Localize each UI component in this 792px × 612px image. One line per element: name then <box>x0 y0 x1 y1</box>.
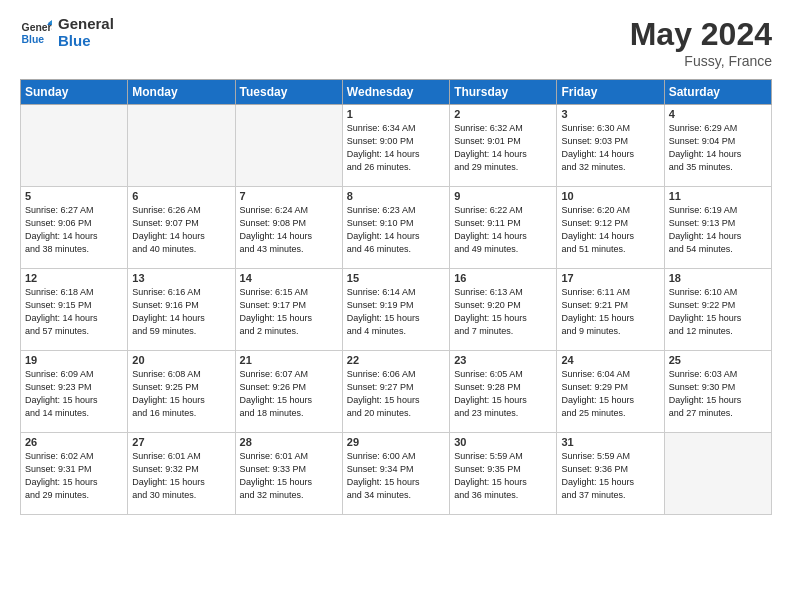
day-info: Sunrise: 6:30 AMSunset: 9:03 PMDaylight:… <box>561 122 659 174</box>
day-number: 20 <box>132 354 230 366</box>
day-number: 13 <box>132 272 230 284</box>
calendar-cell: 31Sunrise: 5:59 AMSunset: 9:36 PMDayligh… <box>557 433 664 515</box>
day-info: Sunrise: 6:26 AMSunset: 9:07 PMDaylight:… <box>132 204 230 256</box>
day-number: 31 <box>561 436 659 448</box>
calendar-cell: 18Sunrise: 6:10 AMSunset: 9:22 PMDayligh… <box>664 269 771 351</box>
day-info: Sunrise: 6:19 AMSunset: 9:13 PMDaylight:… <box>669 204 767 256</box>
col-wednesday: Wednesday <box>342 80 449 105</box>
day-info: Sunrise: 6:24 AMSunset: 9:08 PMDaylight:… <box>240 204 338 256</box>
calendar-cell: 14Sunrise: 6:15 AMSunset: 9:17 PMDayligh… <box>235 269 342 351</box>
calendar-cell: 25Sunrise: 6:03 AMSunset: 9:30 PMDayligh… <box>664 351 771 433</box>
calendar-cell: 17Sunrise: 6:11 AMSunset: 9:21 PMDayligh… <box>557 269 664 351</box>
calendar-cell: 12Sunrise: 6:18 AMSunset: 9:15 PMDayligh… <box>21 269 128 351</box>
day-info: Sunrise: 6:01 AMSunset: 9:32 PMDaylight:… <box>132 450 230 502</box>
calendar-cell: 24Sunrise: 6:04 AMSunset: 9:29 PMDayligh… <box>557 351 664 433</box>
day-info: Sunrise: 6:23 AMSunset: 9:10 PMDaylight:… <box>347 204 445 256</box>
day-info: Sunrise: 5:59 AMSunset: 9:35 PMDaylight:… <box>454 450 552 502</box>
calendar-cell: 21Sunrise: 6:07 AMSunset: 9:26 PMDayligh… <box>235 351 342 433</box>
day-number: 6 <box>132 190 230 202</box>
calendar-cell: 22Sunrise: 6:06 AMSunset: 9:27 PMDayligh… <box>342 351 449 433</box>
day-info: Sunrise: 6:00 AMSunset: 9:34 PMDaylight:… <box>347 450 445 502</box>
calendar-table: Sunday Monday Tuesday Wednesday Thursday… <box>20 79 772 515</box>
calendar-cell <box>128 105 235 187</box>
day-number: 16 <box>454 272 552 284</box>
day-info: Sunrise: 6:07 AMSunset: 9:26 PMDaylight:… <box>240 368 338 420</box>
col-tuesday: Tuesday <box>235 80 342 105</box>
calendar-cell: 29Sunrise: 6:00 AMSunset: 9:34 PMDayligh… <box>342 433 449 515</box>
calendar-cell: 16Sunrise: 6:13 AMSunset: 9:20 PMDayligh… <box>450 269 557 351</box>
svg-text:General: General <box>22 22 52 33</box>
calendar-cell: 7Sunrise: 6:24 AMSunset: 9:08 PMDaylight… <box>235 187 342 269</box>
day-number: 27 <box>132 436 230 448</box>
day-number: 26 <box>25 436 123 448</box>
logo-icon: General Blue <box>20 17 52 49</box>
day-number: 25 <box>669 354 767 366</box>
col-saturday: Saturday <box>664 80 771 105</box>
logo-general: General <box>58 16 114 33</box>
calendar-cell: 28Sunrise: 6:01 AMSunset: 9:33 PMDayligh… <box>235 433 342 515</box>
day-info: Sunrise: 6:18 AMSunset: 9:15 PMDaylight:… <box>25 286 123 338</box>
logo: General Blue General Blue <box>20 16 114 49</box>
day-info: Sunrise: 6:01 AMSunset: 9:33 PMDaylight:… <box>240 450 338 502</box>
logo-blue: Blue <box>58 33 114 50</box>
day-info: Sunrise: 6:05 AMSunset: 9:28 PMDaylight:… <box>454 368 552 420</box>
calendar-cell: 30Sunrise: 5:59 AMSunset: 9:35 PMDayligh… <box>450 433 557 515</box>
col-thursday: Thursday <box>450 80 557 105</box>
day-info: Sunrise: 5:59 AMSunset: 9:36 PMDaylight:… <box>561 450 659 502</box>
calendar-cell: 2Sunrise: 6:32 AMSunset: 9:01 PMDaylight… <box>450 105 557 187</box>
week-row-3: 19Sunrise: 6:09 AMSunset: 9:23 PMDayligh… <box>21 351 772 433</box>
day-number: 17 <box>561 272 659 284</box>
day-info: Sunrise: 6:14 AMSunset: 9:19 PMDaylight:… <box>347 286 445 338</box>
col-monday: Monday <box>128 80 235 105</box>
day-number: 19 <box>25 354 123 366</box>
day-info: Sunrise: 6:02 AMSunset: 9:31 PMDaylight:… <box>25 450 123 502</box>
day-info: Sunrise: 6:09 AMSunset: 9:23 PMDaylight:… <box>25 368 123 420</box>
day-info: Sunrise: 6:20 AMSunset: 9:12 PMDaylight:… <box>561 204 659 256</box>
calendar-cell: 6Sunrise: 6:26 AMSunset: 9:07 PMDaylight… <box>128 187 235 269</box>
calendar-cell: 15Sunrise: 6:14 AMSunset: 9:19 PMDayligh… <box>342 269 449 351</box>
day-info: Sunrise: 6:06 AMSunset: 9:27 PMDaylight:… <box>347 368 445 420</box>
day-info: Sunrise: 6:04 AMSunset: 9:29 PMDaylight:… <box>561 368 659 420</box>
day-number: 21 <box>240 354 338 366</box>
day-info: Sunrise: 6:29 AMSunset: 9:04 PMDaylight:… <box>669 122 767 174</box>
calendar-cell: 4Sunrise: 6:29 AMSunset: 9:04 PMDaylight… <box>664 105 771 187</box>
day-info: Sunrise: 6:03 AMSunset: 9:30 PMDaylight:… <box>669 368 767 420</box>
day-number: 10 <box>561 190 659 202</box>
day-number: 3 <box>561 108 659 120</box>
col-friday: Friday <box>557 80 664 105</box>
day-number: 18 <box>669 272 767 284</box>
calendar-cell: 27Sunrise: 6:01 AMSunset: 9:32 PMDayligh… <box>128 433 235 515</box>
day-number: 29 <box>347 436 445 448</box>
calendar-cell: 20Sunrise: 6:08 AMSunset: 9:25 PMDayligh… <box>128 351 235 433</box>
day-info: Sunrise: 6:22 AMSunset: 9:11 PMDaylight:… <box>454 204 552 256</box>
day-info: Sunrise: 6:10 AMSunset: 9:22 PMDaylight:… <box>669 286 767 338</box>
day-info: Sunrise: 6:15 AMSunset: 9:17 PMDaylight:… <box>240 286 338 338</box>
location: Fussy, France <box>630 53 772 69</box>
calendar-cell: 11Sunrise: 6:19 AMSunset: 9:13 PMDayligh… <box>664 187 771 269</box>
day-info: Sunrise: 6:27 AMSunset: 9:06 PMDaylight:… <box>25 204 123 256</box>
day-number: 14 <box>240 272 338 284</box>
day-number: 15 <box>347 272 445 284</box>
calendar-cell: 3Sunrise: 6:30 AMSunset: 9:03 PMDaylight… <box>557 105 664 187</box>
calendar-cell: 10Sunrise: 6:20 AMSunset: 9:12 PMDayligh… <box>557 187 664 269</box>
day-number: 22 <box>347 354 445 366</box>
day-info: Sunrise: 6:32 AMSunset: 9:01 PMDaylight:… <box>454 122 552 174</box>
header: General Blue General Blue May 2024 Fussy… <box>20 16 772 69</box>
svg-text:Blue: Blue <box>22 33 45 44</box>
calendar-cell <box>664 433 771 515</box>
day-number: 9 <box>454 190 552 202</box>
calendar-cell: 19Sunrise: 6:09 AMSunset: 9:23 PMDayligh… <box>21 351 128 433</box>
col-sunday: Sunday <box>21 80 128 105</box>
day-info: Sunrise: 6:08 AMSunset: 9:25 PMDaylight:… <box>132 368 230 420</box>
calendar-cell: 5Sunrise: 6:27 AMSunset: 9:06 PMDaylight… <box>21 187 128 269</box>
calendar-cell: 1Sunrise: 6:34 AMSunset: 9:00 PMDaylight… <box>342 105 449 187</box>
week-row-4: 26Sunrise: 6:02 AMSunset: 9:31 PMDayligh… <box>21 433 772 515</box>
header-row: Sunday Monday Tuesday Wednesday Thursday… <box>21 80 772 105</box>
week-row-1: 5Sunrise: 6:27 AMSunset: 9:06 PMDaylight… <box>21 187 772 269</box>
day-number: 23 <box>454 354 552 366</box>
calendar-cell: 13Sunrise: 6:16 AMSunset: 9:16 PMDayligh… <box>128 269 235 351</box>
day-number: 4 <box>669 108 767 120</box>
day-number: 5 <box>25 190 123 202</box>
day-info: Sunrise: 6:13 AMSunset: 9:20 PMDaylight:… <box>454 286 552 338</box>
calendar-cell: 8Sunrise: 6:23 AMSunset: 9:10 PMDaylight… <box>342 187 449 269</box>
